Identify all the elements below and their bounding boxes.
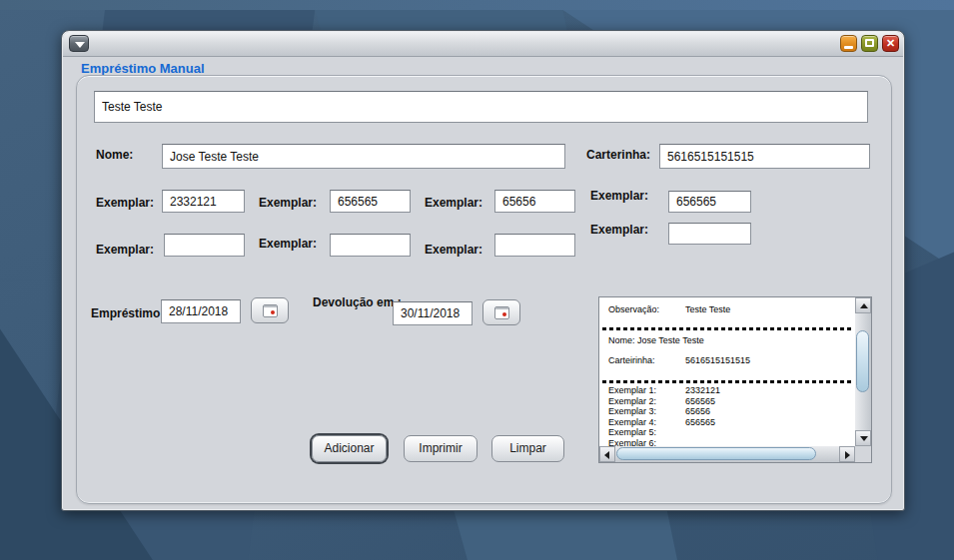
receipt-preview-panel: Observação: Teste Teste Nome: Jose Teste… <box>598 296 872 463</box>
preview-exemplar-row: Exemplar 2: <box>608 396 656 406</box>
close-button[interactable]: ✕ <box>882 35 899 52</box>
carterinha-label: Carterinha: <box>586 148 650 162</box>
arrow-left-icon <box>604 451 609 459</box>
close-icon: ✕ <box>886 37 895 49</box>
adicionar-button[interactable]: Adicionar <box>312 435 387 462</box>
scroll-up-button[interactable] <box>855 297 871 313</box>
preview-exemplar-row: Exemplar 1: <box>608 385 656 395</box>
receipt-preview-content: Observação: Teste Teste Nome: Jose Teste… <box>599 297 855 446</box>
exemplar-label-8: Exemplar: <box>590 223 648 237</box>
devolucao-em-label: Devolução em : <box>313 295 402 309</box>
devolucao-calendar-button[interactable] <box>482 299 520 325</box>
desktop-background: ✕ Empréstimo Manual Nome: Carterinha: Ex… <box>0 0 954 560</box>
preview-divider <box>602 327 854 330</box>
minimize-icon <box>844 46 853 49</box>
preview-nome-line: Nome: Jose Teste Teste <box>608 335 704 345</box>
observacao-input[interactable] <box>94 91 868 123</box>
app-window: ✕ Empréstimo Manual Nome: Carterinha: Ex… <box>61 30 905 511</box>
preview-exemplar-row: Exemplar 4: <box>608 417 656 427</box>
exemplar-input-3[interactable] <box>494 190 575 213</box>
exemplar-label-4: Exemplar: <box>590 189 648 203</box>
horizontal-scrollbar[interactable] <box>599 446 855 462</box>
window-titlebar[interactable]: ✕ <box>63 32 903 57</box>
exemplar-label-2: Exemplar: <box>259 196 317 210</box>
preview-exemplar-value: 65656 <box>685 406 710 416</box>
exemplar-input-8[interactable] <box>668 223 751 245</box>
horizontal-scrollbar-thumb[interactable] <box>616 447 816 460</box>
preview-exemplar-value: 656565 <box>685 396 715 406</box>
scroll-right-button[interactable] <box>839 446 855 462</box>
preview-exemplar-row: Exemplar 6: <box>608 438 656 446</box>
exemplar-label-1: Exemplar: <box>96 196 154 210</box>
carterinha-input[interactable] <box>659 144 870 169</box>
imprimir-button[interactable]: Imprimir <box>404 435 477 462</box>
nome-input[interactable] <box>162 144 565 169</box>
exemplar-input-7[interactable] <box>494 234 575 257</box>
emprestimo-calendar-button[interactable] <box>251 297 289 323</box>
limpar-button[interactable]: Limpar <box>491 435 564 462</box>
preview-observacao-label: Observação: <box>608 304 659 314</box>
exemplar-input-4[interactable] <box>668 191 751 213</box>
calendar-icon <box>494 306 509 319</box>
devolucao-date-input[interactable] <box>393 301 473 325</box>
preview-exemplar-value: 656565 <box>685 417 715 427</box>
arrow-up-icon <box>860 303 868 308</box>
page-title: Empréstimo Manual <box>81 61 205 76</box>
exemplar-label-6: Exemplar: <box>259 237 317 251</box>
calendar-icon <box>263 304 278 317</box>
chevron-down-icon <box>75 42 85 48</box>
scroll-down-button[interactable] <box>855 430 871 446</box>
maximize-icon <box>865 39 874 47</box>
emprestimo-date-input[interactable] <box>161 299 241 323</box>
preview-observacao-value: Teste Teste <box>685 304 730 314</box>
maximize-button[interactable] <box>861 35 878 52</box>
vertical-scrollbar-thumb[interactable] <box>856 330 869 392</box>
arrow-right-icon <box>845 451 850 459</box>
calendar-dot-icon <box>502 312 506 316</box>
exemplar-input-2[interactable] <box>330 190 411 213</box>
exemplar-input-5[interactable] <box>164 234 245 257</box>
vertical-scrollbar[interactable] <box>855 297 871 446</box>
exemplar-input-6[interactable] <box>330 234 411 257</box>
preview-carteirinha-value: 5616515151515 <box>685 355 750 365</box>
arrow-down-icon <box>860 436 868 441</box>
preview-exemplar-value: 2332121 <box>685 385 720 395</box>
calendar-dot-icon <box>271 310 275 314</box>
minimize-button[interactable] <box>840 35 857 52</box>
preview-exemplar-row: Exemplar 3: <box>608 406 656 416</box>
exemplar-label-5: Exemplar: <box>96 243 154 257</box>
nome-label: Nome: <box>96 148 133 162</box>
desktop-facet <box>0 0 954 10</box>
preview-carteirinha-label: Carteirinha: <box>608 355 655 365</box>
scrollbar-corner <box>855 446 871 462</box>
preview-divider <box>602 380 854 383</box>
exemplar-input-1[interactable] <box>162 190 245 213</box>
scroll-left-button[interactable] <box>599 446 615 462</box>
exemplar-label-7: Exemplar: <box>425 243 482 257</box>
window-menu-button[interactable] <box>69 35 89 52</box>
exemplar-label-3: Exemplar: <box>425 196 482 210</box>
preview-exemplar-row: Exemplar 5: <box>608 427 656 437</box>
